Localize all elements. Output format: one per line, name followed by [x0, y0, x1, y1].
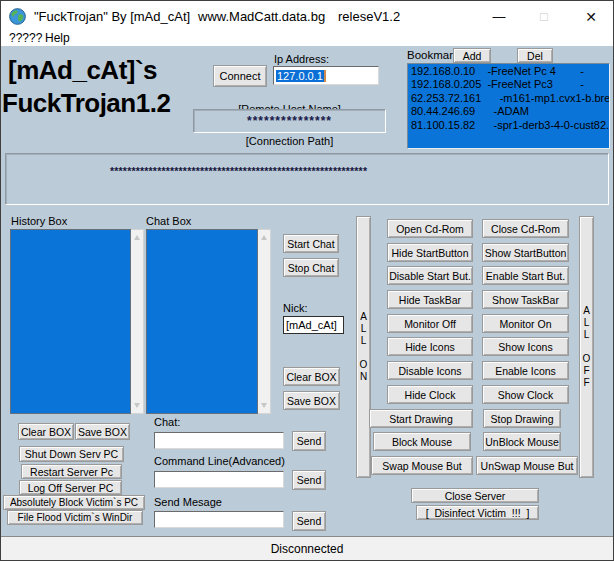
all-on-button[interactable]: A L L O N: [356, 216, 371, 478]
logo-line2: FuckTrojan1.2: [2, 88, 170, 119]
chat-scrollbar[interactable]: [258, 229, 271, 414]
app-window: "FuckTrojan" By [mAd_cAt] www.MadCatt.da…: [0, 0, 614, 561]
minimize-icon[interactable]: —: [482, 1, 516, 32]
block-victim-pc-button[interactable]: Absolutely Block Victim`s PC: [3, 495, 145, 510]
ip-address-value: 127.0.0.1: [276, 70, 324, 82]
window-title-version: releseV1.2: [338, 9, 400, 24]
unswap-mouse-button[interactable]: UnSwap Mouse But: [476, 456, 578, 475]
bookmark-item[interactable]: 80.44.246.69 -ADAM: [411, 105, 609, 118]
clear-chatbox-button[interactable]: Clear BOX: [283, 367, 340, 386]
stop-chat-button[interactable]: Stop Chat: [283, 258, 339, 277]
bookmark-item[interactable]: 192.168.0.205 -FreeNet Pc3 -: [411, 78, 609, 91]
scroll-up-icon[interactable]: [261, 235, 267, 240]
hide-clock-button[interactable]: Hide Clock: [387, 385, 473, 404]
logo-line1: [mAd_cAt]`s: [8, 55, 157, 86]
send-message-label: Send Mesage: [154, 496, 222, 508]
history-scrollbar[interactable]: [131, 229, 144, 414]
client-area: [mAd_cAt]`s FuckTrojan1.2 Connect Ip Add…: [1, 46, 614, 538]
hide-startbutton-button[interactable]: Hide StartButton: [387, 243, 473, 262]
close-server-button[interactable]: Close Server: [411, 488, 539, 503]
scroll-up-icon[interactable]: [134, 235, 140, 240]
unblock-mouse-button[interactable]: UnBlock Mouse: [483, 432, 561, 451]
stop-drawing-button[interactable]: Stop Drawing: [483, 409, 561, 428]
menubar: ????? Help: [1, 32, 613, 46]
send-command-button[interactable]: Send: [292, 470, 326, 490]
scroll-down-icon[interactable]: [134, 403, 140, 408]
message-input[interactable]: [154, 511, 284, 528]
nick-label: Nick:: [283, 302, 307, 314]
shutdown-server-button[interactable]: Shut Down Serv PC: [19, 446, 124, 462]
text-caret: [324, 70, 326, 82]
block-mouse-button[interactable]: Block Mouse: [373, 432, 471, 451]
statusbar: Disconnected: [1, 536, 613, 560]
enable-icons-button[interactable]: Enable Icons: [482, 361, 569, 380]
monitor-on-button[interactable]: Monitor On: [482, 314, 569, 333]
connection-path-value: ****************************************…: [110, 165, 367, 177]
bookmark-item[interactable]: 192.168.0.10 -FreeNet Pc 4 -: [411, 65, 609, 78]
chat-input[interactable]: [154, 432, 284, 449]
hide-taskbar-button[interactable]: Hide TaskBar: [387, 290, 473, 309]
scroll-down-icon[interactable]: [261, 403, 267, 408]
chat-box-label: Chat Box: [146, 215, 191, 227]
menu-item-help[interactable]: Help: [41, 31, 74, 45]
clear-historybox-button[interactable]: Clear BOX: [18, 423, 74, 440]
command-line-input[interactable]: [154, 471, 284, 488]
connection-path-label: [Connection Path]: [193, 135, 386, 147]
start-chat-button[interactable]: Start Chat: [283, 234, 339, 253]
disable-icons-button[interactable]: Disable Icons: [387, 361, 473, 380]
show-clock-button[interactable]: Show Clock: [482, 385, 569, 404]
bookmark-item[interactable]: 62.253.72.161 -m161-mp1.cvx1-b.bre: [411, 92, 609, 105]
disable-startbutton-button[interactable]: Disable Start But.: [387, 266, 473, 285]
ip-address-input[interactable]: 127.0.0.1: [273, 66, 379, 85]
chat-listbox[interactable]: [146, 229, 258, 414]
all-off-button[interactable]: A L L O F F: [579, 216, 594, 478]
window-title-url: www.MadCatt.data.bg: [198, 9, 325, 24]
monitor-off-button[interactable]: Monitor Off: [387, 314, 473, 333]
connection-path-panel: ****************************************…: [5, 153, 609, 205]
show-taskbar-button[interactable]: Show TaskBar: [482, 290, 569, 309]
send-message-button[interactable]: Send: [292, 511, 326, 531]
file-flood-windir-button[interactable]: File Flood Victim`s WinDir: [7, 510, 143, 525]
show-icons-button[interactable]: Show Icons: [482, 337, 569, 356]
save-chatbox-button[interactable]: Save BOX: [283, 391, 340, 410]
ip-address-label: Ip Address:: [274, 53, 329, 65]
close-cdrom-button[interactable]: Close Cd-Rom: [482, 219, 569, 238]
close-icon[interactable]: ✕: [574, 1, 608, 32]
globe-icon: [9, 8, 26, 25]
titlebar: "FuckTrojan" By [mAd_cAt] www.MadCatt.da…: [1, 1, 613, 32]
nick-input[interactable]: [283, 316, 344, 334]
save-historybox-button[interactable]: Save BOX: [75, 423, 130, 440]
hide-icons-button[interactable]: Hide Icons: [387, 337, 473, 356]
open-cdrom-button[interactable]: Open Cd-Rom: [387, 219, 473, 238]
status-text: Disconnected: [271, 542, 344, 556]
send-chat-button[interactable]: Send: [292, 431, 326, 451]
bookmarks-list[interactable]: 192.168.0.10 -FreeNet Pc 4 - 192.168.0.2…: [407, 63, 610, 149]
start-drawing-button[interactable]: Start Drawing: [369, 409, 473, 428]
maximize-icon: □: [527, 1, 561, 32]
history-listbox[interactable]: [10, 229, 131, 414]
command-line-label: Command Line(Advanced): [154, 455, 285, 467]
connect-button[interactable]: Connect: [213, 65, 267, 87]
swap-mouse-button[interactable]: Swap Mouse But: [371, 456, 473, 475]
history-box-label: History Box: [11, 215, 67, 227]
logoff-server-button[interactable]: Log Off Server PC: [19, 480, 122, 495]
restart-server-button[interactable]: Restart Server Pc: [21, 464, 122, 479]
bookmark-add-button[interactable]: Add: [453, 48, 491, 63]
disinfect-victim-button[interactable]: [ Disinfect Victim !!! ]: [416, 505, 539, 520]
bookmark-del-button[interactable]: Del: [517, 48, 553, 63]
show-startbutton-button[interactable]: Show StartButton: [482, 243, 569, 262]
remote-host-box: ***************: [193, 109, 386, 133]
bookmark-item[interactable]: 81.100.15.82 -spr1-derb3-4-0-cust82.r: [411, 119, 609, 132]
enable-startbutton-button[interactable]: Enable Start But.: [482, 266, 569, 285]
chat-input-label: Chat:: [154, 416, 180, 428]
window-title: "FuckTrojan" By [mAd_cAt]: [34, 9, 190, 24]
